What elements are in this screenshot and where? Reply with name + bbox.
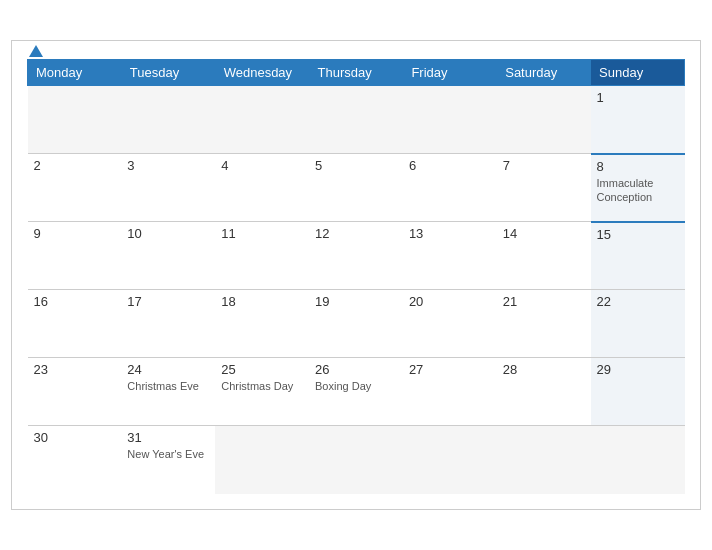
day-number: 7 [503, 158, 585, 173]
calendar-table: MondayTuesdayWednesdayThursdayFridaySatu… [27, 59, 685, 494]
calendar-cell [309, 86, 403, 154]
day-number: 20 [409, 294, 491, 309]
calendar-week-row: 2345678Immaculate Conception [28, 154, 685, 222]
calendar-cell: 10 [121, 222, 215, 290]
day-number: 12 [315, 226, 397, 241]
day-number: 28 [503, 362, 585, 377]
calendar-cell: 28 [497, 358, 591, 426]
day-number: 5 [315, 158, 397, 173]
calendar-cell: 11 [215, 222, 309, 290]
day-number: 10 [127, 226, 209, 241]
calendar-cell: 21 [497, 290, 591, 358]
day-number: 24 [127, 362, 209, 377]
holiday-label: New Year's Eve [127, 447, 209, 461]
calendar-cell [215, 426, 309, 494]
day-number: 1 [597, 90, 679, 105]
day-number: 9 [34, 226, 116, 241]
day-number: 13 [409, 226, 491, 241]
weekday-header-tuesday: Tuesday [121, 60, 215, 86]
calendar-thead: MondayTuesdayWednesdayThursdayFridaySatu… [28, 60, 685, 86]
calendar-cell: 7 [497, 154, 591, 222]
calendar-cell: 22 [591, 290, 685, 358]
calendar-week-row: 1 [28, 86, 685, 154]
calendar-cell: 24Christmas Eve [121, 358, 215, 426]
calendar-cell [215, 86, 309, 154]
calendar-cell: 3 [121, 154, 215, 222]
calendar-cell: 12 [309, 222, 403, 290]
calendar-cell: 31New Year's Eve [121, 426, 215, 494]
calendar-cell [309, 426, 403, 494]
calendar-cell: 8Immaculate Conception [591, 154, 685, 222]
holiday-label: Boxing Day [315, 379, 397, 393]
calendar: MondayTuesdayWednesdayThursdayFridaySatu… [11, 40, 701, 510]
calendar-week-row: 3031New Year's Eve [28, 426, 685, 494]
holiday-label: Christmas Day [221, 379, 303, 393]
calendar-week-row: 16171819202122 [28, 290, 685, 358]
day-number: 26 [315, 362, 397, 377]
day-number: 23 [34, 362, 116, 377]
weekday-header-sunday: Sunday [591, 60, 685, 86]
weekday-header-wednesday: Wednesday [215, 60, 309, 86]
holiday-label: Christmas Eve [127, 379, 209, 393]
day-number: 30 [34, 430, 116, 445]
calendar-cell [497, 426, 591, 494]
day-number: 17 [127, 294, 209, 309]
calendar-cell: 13 [403, 222, 497, 290]
day-number: 19 [315, 294, 397, 309]
day-number: 21 [503, 294, 585, 309]
day-number: 22 [597, 294, 679, 309]
calendar-week-row: 2324Christmas Eve25Christmas Day26Boxing… [28, 358, 685, 426]
calendar-cell: 1 [591, 86, 685, 154]
calendar-cell: 25Christmas Day [215, 358, 309, 426]
calendar-tbody: 12345678Immaculate Conception91011121314… [28, 86, 685, 494]
calendar-cell: 27 [403, 358, 497, 426]
calendar-cell: 14 [497, 222, 591, 290]
day-number: 16 [34, 294, 116, 309]
day-number: 6 [409, 158, 491, 173]
calendar-cell: 26Boxing Day [309, 358, 403, 426]
day-number: 11 [221, 226, 303, 241]
calendar-cell: 17 [121, 290, 215, 358]
weekday-header-saturday: Saturday [497, 60, 591, 86]
calendar-cell: 23 [28, 358, 122, 426]
calendar-cell [121, 86, 215, 154]
calendar-cell: 19 [309, 290, 403, 358]
day-number: 29 [597, 362, 679, 377]
calendar-cell [497, 86, 591, 154]
calendar-cell [28, 86, 122, 154]
day-number: 4 [221, 158, 303, 173]
calendar-cell: 16 [28, 290, 122, 358]
calendar-cell [403, 86, 497, 154]
calendar-cell: 20 [403, 290, 497, 358]
day-number: 3 [127, 158, 209, 173]
calendar-cell: 15 [591, 222, 685, 290]
holiday-label: Immaculate Conception [597, 176, 679, 205]
calendar-cell: 9 [28, 222, 122, 290]
calendar-cell [591, 426, 685, 494]
calendar-cell: 18 [215, 290, 309, 358]
calendar-cell [403, 426, 497, 494]
day-number: 2 [34, 158, 116, 173]
weekday-header-row: MondayTuesdayWednesdayThursdayFridaySatu… [28, 60, 685, 86]
weekday-header-friday: Friday [403, 60, 497, 86]
day-number: 14 [503, 226, 585, 241]
calendar-cell: 29 [591, 358, 685, 426]
calendar-cell: 30 [28, 426, 122, 494]
weekday-header-monday: Monday [28, 60, 122, 86]
calendar-week-row: 9101112131415 [28, 222, 685, 290]
day-number: 8 [597, 159, 679, 174]
day-number: 27 [409, 362, 491, 377]
day-number: 31 [127, 430, 209, 445]
calendar-cell: 4 [215, 154, 309, 222]
calendar-cell: 6 [403, 154, 497, 222]
day-number: 18 [221, 294, 303, 309]
day-number: 15 [597, 227, 679, 242]
day-number: 25 [221, 362, 303, 377]
logo [27, 45, 43, 57]
logo-triangle-icon [29, 45, 43, 57]
calendar-cell: 2 [28, 154, 122, 222]
weekday-header-thursday: Thursday [309, 60, 403, 86]
calendar-cell: 5 [309, 154, 403, 222]
